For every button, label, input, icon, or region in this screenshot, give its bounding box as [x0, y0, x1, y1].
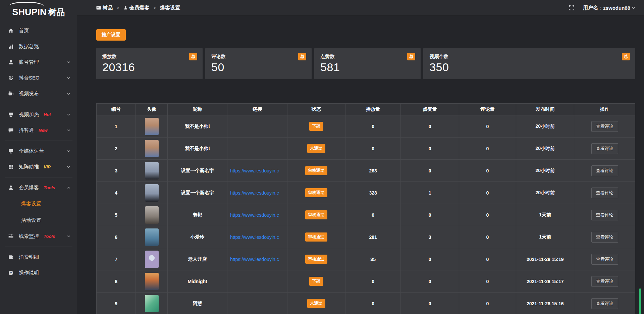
sidebar-item-lead-monitoring[interactable]: 线索监控 Tools	[0, 228, 77, 244]
row-id: 1	[97, 115, 136, 138]
status-badge[interactable]: 审核通过	[305, 210, 327, 219]
sidebar-item-data-overview[interactable]: 数据总览	[0, 39, 77, 54]
table-row: 2 我不是小帅! 未通过 0 0 0 20小时前 查看评论	[97, 138, 635, 160]
breadcrumb-label: 树品	[103, 5, 113, 11]
promotion-settings-button[interactable]: 推广设置	[96, 29, 126, 41]
stat-card-likes: 点赞数 581 总	[314, 48, 421, 79]
sidebar-item-douyin-seo[interactable]: 抖音SEO	[0, 70, 77, 86]
table-row: 6 小爱玲 https://www.iesdouyin.c 审核通过 281 3…	[97, 226, 635, 248]
user-area: 用户名：zswodun88	[569, 5, 635, 11]
new-badge: New	[39, 128, 48, 133]
sidebar-item-omni-media[interactable]: 全媒体运营	[0, 143, 77, 159]
username-dropdown[interactable]: 用户名：zswodun88	[583, 5, 635, 11]
publish-time: 1天前	[516, 204, 574, 226]
sidebar-item-label: 抖音SEO	[19, 75, 40, 81]
sidebar-item-label: 会员爆客	[19, 185, 39, 191]
sidebar-subitem-baoke-settings[interactable]: 爆客设置	[0, 196, 77, 212]
col-link: 链接	[227, 104, 287, 115]
status-badge[interactable]: 下架	[309, 122, 323, 131]
view-comments-button[interactable]: 查看评论	[591, 276, 618, 287]
status-badge[interactable]: 审核通过	[305, 232, 327, 242]
comments-count: 0	[459, 293, 516, 314]
chevron-down-icon	[67, 234, 70, 238]
svg-text:?: ?	[10, 271, 12, 275]
view-comments-button[interactable]: 查看评论	[591, 143, 618, 154]
view-comments-button[interactable]: 查看评论	[591, 210, 618, 220]
breadcrumb-item-root[interactable]: 树品	[96, 5, 113, 11]
tools-badge: Tools	[44, 234, 55, 239]
logo-text-en: SHUPIN	[12, 7, 46, 17]
sidebar-item-operation-guide[interactable]: ? 操作说明	[0, 265, 77, 281]
col-comments: 评论量	[459, 104, 516, 115]
help-icon: ?	[8, 270, 14, 276]
likes-count: 0	[401, 204, 459, 226]
stat-label: 视频个数	[429, 54, 629, 60]
table-row: 9 阿慧 未通过 0 0 0 2021-11-28 15:16 查看评论	[97, 293, 635, 314]
row-id: 9	[97, 293, 136, 314]
comments-count: 0	[459, 160, 516, 182]
row-id: 5	[97, 204, 136, 226]
plays-count: 328	[345, 182, 400, 204]
view-comments-button[interactable]: 查看评论	[591, 232, 618, 243]
publish-time: 20小时前	[516, 182, 574, 204]
view-comments-button[interactable]: 查看评论	[591, 298, 618, 309]
fullscreen-icon[interactable]	[569, 5, 574, 10]
video-link[interactable]: https://www.iesdouyin.c	[230, 234, 286, 240]
sidebar-item-member-baoke[interactable]: 会员爆客 Tools	[0, 180, 77, 196]
likes-count: 0	[401, 138, 459, 160]
board-icon	[96, 6, 101, 10]
total-badge: 总	[622, 53, 630, 60]
stat-label: 点赞数	[320, 54, 415, 60]
status-badge[interactable]: 下架	[309, 277, 323, 286]
view-comments-button[interactable]: 查看评论	[591, 188, 618, 198]
videos-table: 编号 头像 昵称 链接 状态 播放量 点赞量 评论量 发布时间 操作 1	[96, 103, 635, 314]
sidebar-item-douketong[interactable]: 抖客通 New	[0, 122, 77, 138]
sidebar-item-label: 视频加热	[19, 111, 39, 118]
username-value: zswodun88	[603, 5, 630, 11]
video-link[interactable]: https://www.iesdouyin.c	[230, 257, 286, 262]
user-icon	[8, 59, 14, 65]
status-badge[interactable]: 审核通过	[305, 188, 327, 197]
view-comments-button[interactable]: 查看评论	[591, 254, 618, 265]
page-scrollbar-thumb[interactable]	[639, 289, 641, 314]
sidebar-item-video-publish[interactable]: 视频发布	[0, 86, 77, 102]
sidebar-item-home[interactable]: 首页	[0, 23, 77, 39]
stat-card-plays: 播放数 20316 总	[96, 48, 203, 79]
sidebar-item-label: 消费明细	[19, 254, 39, 260]
publish-time: 1天前	[516, 226, 574, 248]
status-badge[interactable]: 审核通过	[305, 166, 327, 175]
publish-time: 2021-11-28 15:19	[516, 248, 574, 270]
monitor-icon	[8, 148, 14, 154]
avatar	[145, 251, 159, 268]
plays-count: 0	[345, 204, 400, 226]
row-id: 7	[97, 248, 136, 270]
content-area: 树品 > 会员爆客 > 爆客设置 用户名：zswodun88 推广设置 播放数	[77, 0, 644, 314]
sidebar-item-account-management[interactable]: 账号管理	[0, 54, 77, 70]
table-header-row: 编号 头像 昵称 链接 状态 播放量 点赞量 评论量 发布时间 操作	[97, 104, 635, 115]
sidebar-item-consumption-details[interactable]: 消费明细	[0, 249, 77, 265]
sidebar-nav: 首页 数据总览 账号管理 抖音SEO 视频发布 视频加热 Hot	[0, 23, 77, 281]
col-actions: 操作	[574, 104, 635, 115]
username-label: 用户名：	[583, 5, 603, 11]
likes-count: 1	[401, 182, 459, 204]
sidebar-item-matrix-boost[interactable]: 矩阵助推 VIP	[0, 159, 77, 175]
sidebar-item-label: 抖客通	[19, 127, 34, 134]
sidebar-item-label: 矩阵助推	[19, 164, 39, 170]
sidebar-item-video-heating[interactable]: 视频加热 Hot	[0, 107, 77, 122]
view-comments-button[interactable]: 查看评论	[591, 121, 618, 132]
video-link[interactable]: https://www.iesdouyin.c	[230, 212, 286, 218]
status-badge[interactable]: 未通过	[307, 144, 325, 153]
sidebar-item-label: 线索监控	[19, 233, 39, 240]
stat-label: 评论数	[211, 54, 306, 60]
breadcrumb-item-member-baoke[interactable]: 会员爆客	[123, 5, 150, 11]
video-link[interactable]: https://www.iesdouyin.c	[230, 168, 286, 173]
nickname: 设置一个新名字	[167, 182, 227, 204]
view-comments-button[interactable]: 查看评论	[591, 165, 618, 176]
sidebar-subitem-activity-settings[interactable]: 活动设置	[0, 212, 77, 228]
status-badge[interactable]: 审核通过	[305, 255, 327, 264]
video-link[interactable]: https://www.iesdouyin.c	[230, 190, 286, 196]
nickname: 阿慧	[167, 293, 227, 314]
status-badge[interactable]: 未通过	[307, 299, 325, 308]
chevron-down-icon	[67, 113, 70, 116]
nav-divider	[5, 104, 72, 104]
